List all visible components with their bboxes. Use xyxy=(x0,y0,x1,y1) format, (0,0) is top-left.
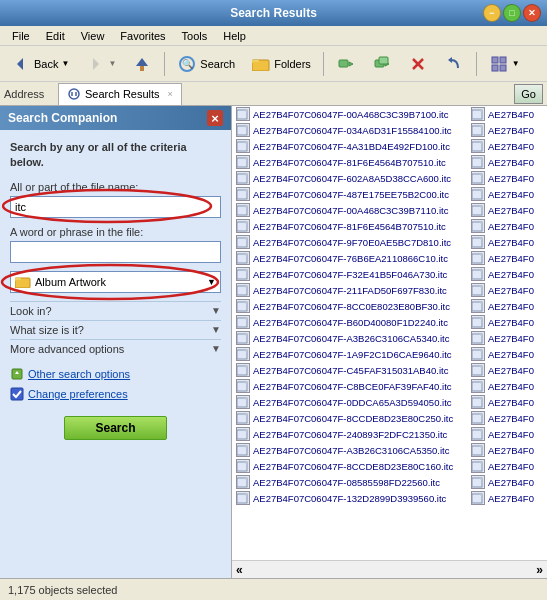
file-item-col2[interactable]: AE27B4F0 xyxy=(467,394,547,410)
file-item[interactable]: AE27B4F07C06047F-0DDCA65A3D594050.itc xyxy=(232,394,467,410)
undo-button[interactable] xyxy=(437,50,471,78)
advanced-option[interactable]: More advanced options ▼ xyxy=(10,339,221,358)
file-item[interactable]: AE27B4F07C06047F-8CC0E8023E80BF30.itc xyxy=(232,298,467,314)
forward-dropdown-icon: ▼ xyxy=(108,59,116,68)
file-icon xyxy=(236,315,250,329)
file-name-col2: AE27B4F0 xyxy=(488,189,534,200)
file-item-col2[interactable]: AE27B4F0 xyxy=(467,106,547,122)
file-item[interactable]: AE27B4F07C06047F-00A468C3C39B7100.itc xyxy=(232,106,467,122)
file-item[interactable]: AE27B4F07C06047F-00A468C3C39B7110.itc xyxy=(232,202,467,218)
file-item-col2[interactable]: AE27B4F0 xyxy=(467,378,547,394)
file-item-col2[interactable]: AE27B4F0 xyxy=(467,314,547,330)
menu-file[interactable]: File xyxy=(8,29,34,43)
file-item-col2[interactable]: AE27B4F0 xyxy=(467,186,547,202)
maximize-button[interactable]: □ xyxy=(503,4,521,22)
file-list-scroll[interactable]: AE27B4F07C06047F-00A468C3C39B7100.itc AE… xyxy=(232,106,547,560)
file-item-col2[interactable]: AE27B4F0 xyxy=(467,250,547,266)
file-item-col2[interactable]: AE27B4F0 xyxy=(467,266,547,282)
view-dropdown-icon: ▼ xyxy=(512,59,520,68)
menu-favorites[interactable]: Favorites xyxy=(116,29,169,43)
file-item[interactable]: AE27B4F07C06047F-C45FAF315031AB40.itc xyxy=(232,362,467,378)
file-item-col2[interactable]: AE27B4F0 xyxy=(467,202,547,218)
search-button[interactable]: 🔍 Search xyxy=(170,50,242,78)
file-item-col2[interactable]: AE27B4F0 xyxy=(467,122,547,138)
file-item-col2[interactable]: AE27B4F0 xyxy=(467,346,547,362)
back-button[interactable]: Back ▼ xyxy=(4,50,76,78)
forward-button[interactable]: ▼ xyxy=(78,50,123,78)
menu-view[interactable]: View xyxy=(77,29,109,43)
file-item[interactable]: AE27B4F07C06047F-8CCDE8D23E80C250.itc xyxy=(232,410,467,426)
search-panel-close-button[interactable]: × xyxy=(207,110,223,126)
file-item-col2[interactable]: AE27B4F0 xyxy=(467,234,547,250)
file-item-col2[interactable]: AE27B4F0 xyxy=(467,218,547,234)
address-close-icon[interactable]: × xyxy=(168,89,173,99)
minimize-button[interactable]: − xyxy=(483,4,501,22)
folders-button[interactable]: Folders xyxy=(244,50,318,78)
file-item[interactable]: AE27B4F07C06047F-A3B26C3106CA5350.itc xyxy=(232,442,467,458)
folder-select[interactable]: Album Artwork ▼ xyxy=(10,271,221,293)
search-button-wrapper: Search xyxy=(10,416,221,440)
file-item[interactable]: AE27B4F07C06047F-211FAD50F697F830.itc xyxy=(232,282,467,298)
size-option[interactable]: What size is it? ▼ xyxy=(10,320,221,339)
menu-help[interactable]: Help xyxy=(219,29,250,43)
file-item[interactable]: AE27B4F07C06047F-034A6D31F15584100.itc xyxy=(232,122,467,138)
file-item[interactable]: AE27B4F07C06047F-81F6E4564B707510.itc xyxy=(232,218,467,234)
file-item[interactable]: AE27B4F07C06047F-602A8A5D38CCA600.itc xyxy=(232,170,467,186)
view-button[interactable]: ▼ xyxy=(482,50,527,78)
filename-input[interactable] xyxy=(10,196,221,218)
file-item-col2[interactable]: AE27B4F0 xyxy=(467,330,547,346)
file-item[interactable]: AE27B4F07C06047F-B60D40080F1D2240.itc xyxy=(232,314,467,330)
file-item-col2[interactable]: AE27B4F0 xyxy=(467,154,547,170)
delete-button[interactable] xyxy=(401,50,435,78)
file-item-col2[interactable]: AE27B4F0 xyxy=(467,426,547,442)
file-item[interactable]: AE27B4F07C06047F-81F6E4564B707510.itc xyxy=(232,154,467,170)
file-item[interactable]: AE27B4F07C06047F-487E175EE75B2C00.itc xyxy=(232,186,467,202)
copy-icon xyxy=(372,54,392,74)
change-preferences-link[interactable]: Change preferences xyxy=(10,384,221,404)
search-submit-button[interactable]: Search xyxy=(64,416,166,440)
phrase-input[interactable] xyxy=(10,241,221,263)
file-name: AE27B4F07C06047F-81F6E4564B707510.itc xyxy=(253,157,446,168)
file-item-col2[interactable]: AE27B4F0 xyxy=(467,170,547,186)
file-icon xyxy=(236,251,250,265)
file-item-col2[interactable]: AE27B4F0 xyxy=(467,362,547,378)
look-in-option[interactable]: Look in? ▼ xyxy=(10,301,221,320)
file-item[interactable]: AE27B4F07C06047F-A3B26C3106CA5340.itc xyxy=(232,330,467,346)
phrase-label: A word or phrase in the file: xyxy=(10,226,221,238)
file-icon xyxy=(236,171,250,185)
nav-right-icon[interactable]: » xyxy=(536,563,543,577)
file-item-col2[interactable]: AE27B4F0 xyxy=(467,298,547,314)
file-item[interactable]: AE27B4F07C06047F-08585598FD22560.itc xyxy=(232,474,467,490)
file-item-col2[interactable]: AE27B4F0 xyxy=(467,474,547,490)
file-item[interactable]: AE27B4F07C06047F-4A31BD4E492FD100.itc xyxy=(232,138,467,154)
file-item-col2[interactable]: AE27B4F0 xyxy=(467,490,547,506)
file-item[interactable]: AE27B4F07C06047F-240893F2DFC21350.itc xyxy=(232,426,467,442)
file-item[interactable]: AE27B4F07C06047F-76B6EA2110866C10.itc xyxy=(232,250,467,266)
file-item[interactable]: AE27B4F07C06047F-9F70E0AE5BC7D810.itc xyxy=(232,234,467,250)
file-item[interactable]: AE27B4F07C06047F-C8BCE0FAF39FAF40.itc xyxy=(232,378,467,394)
other-options-icon xyxy=(10,367,24,381)
move-icon xyxy=(336,54,356,74)
file-name: AE27B4F07C06047F-A3B26C3106CA5340.itc xyxy=(253,333,449,344)
file-item-col2[interactable]: AE27B4F0 xyxy=(467,458,547,474)
file-item-col2[interactable]: AE27B4F0 xyxy=(467,138,547,154)
file-item[interactable]: AE27B4F07C06047F-F32E41B5F046A730.itc xyxy=(232,266,467,282)
file-item-col2[interactable]: AE27B4F0 xyxy=(467,442,547,458)
go-button[interactable]: Go xyxy=(514,84,543,104)
file-item[interactable]: AE27B4F07C06047F-8CCDE8D23E80C160.itc xyxy=(232,458,467,474)
nav-left-icon[interactable]: « xyxy=(236,563,243,577)
file-icon-col2 xyxy=(471,235,485,249)
move-button[interactable] xyxy=(329,50,363,78)
up-button[interactable] xyxy=(125,50,159,78)
menu-edit[interactable]: Edit xyxy=(42,29,69,43)
close-button[interactable]: ✕ xyxy=(523,4,541,22)
file-item-col2[interactable]: AE27B4F0 xyxy=(467,410,547,426)
other-search-options-link[interactable]: Other search options xyxy=(10,364,221,384)
file-item[interactable]: AE27B4F07C06047F-132D2899D3939560.itc xyxy=(232,490,467,506)
file-item[interactable]: AE27B4F07C06047F-1A9F2C1D6CAE9640.itc xyxy=(232,346,467,362)
file-item-col2[interactable]: AE27B4F0 xyxy=(467,282,547,298)
menu-tools[interactable]: Tools xyxy=(178,29,212,43)
copy-button[interactable] xyxy=(365,50,399,78)
file-name: AE27B4F07C06047F-B60D40080F1D2240.itc xyxy=(253,317,448,328)
address-tab[interactable]: Search Results × xyxy=(58,83,182,105)
